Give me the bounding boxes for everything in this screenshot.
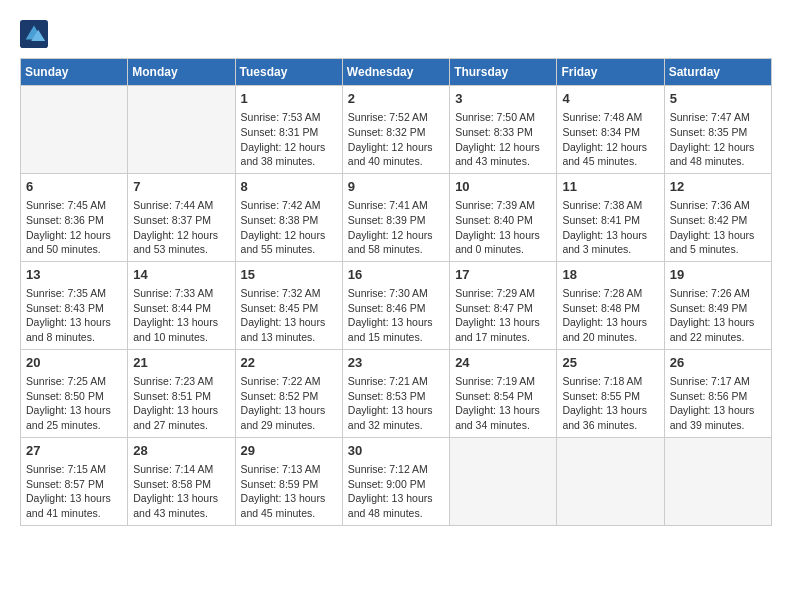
day-info: Sunrise: 7:15 AM Sunset: 8:57 PM Dayligh… xyxy=(26,462,122,521)
day-number: 22 xyxy=(241,354,337,372)
day-cell: 8Sunrise: 7:42 AM Sunset: 8:38 PM Daylig… xyxy=(235,173,342,261)
weekday-wednesday: Wednesday xyxy=(342,59,449,86)
day-cell: 12Sunrise: 7:36 AM Sunset: 8:42 PM Dayli… xyxy=(664,173,771,261)
day-cell: 19Sunrise: 7:26 AM Sunset: 8:49 PM Dayli… xyxy=(664,261,771,349)
day-cell: 15Sunrise: 7:32 AM Sunset: 8:45 PM Dayli… xyxy=(235,261,342,349)
week-row-1: 1Sunrise: 7:53 AM Sunset: 8:31 PM Daylig… xyxy=(21,86,772,174)
day-number: 28 xyxy=(133,442,229,460)
day-cell: 9Sunrise: 7:41 AM Sunset: 8:39 PM Daylig… xyxy=(342,173,449,261)
day-number: 17 xyxy=(455,266,551,284)
week-row-5: 27Sunrise: 7:15 AM Sunset: 8:57 PM Dayli… xyxy=(21,437,772,525)
day-cell: 27Sunrise: 7:15 AM Sunset: 8:57 PM Dayli… xyxy=(21,437,128,525)
weekday-saturday: Saturday xyxy=(664,59,771,86)
day-info: Sunrise: 7:17 AM Sunset: 8:56 PM Dayligh… xyxy=(670,374,766,433)
day-info: Sunrise: 7:36 AM Sunset: 8:42 PM Dayligh… xyxy=(670,198,766,257)
day-number: 25 xyxy=(562,354,658,372)
day-cell: 18Sunrise: 7:28 AM Sunset: 8:48 PM Dayli… xyxy=(557,261,664,349)
day-cell xyxy=(450,437,557,525)
day-info: Sunrise: 7:48 AM Sunset: 8:34 PM Dayligh… xyxy=(562,110,658,169)
day-number: 2 xyxy=(348,90,444,108)
day-number: 12 xyxy=(670,178,766,196)
day-number: 16 xyxy=(348,266,444,284)
day-cell xyxy=(21,86,128,174)
calendar-body: 1Sunrise: 7:53 AM Sunset: 8:31 PM Daylig… xyxy=(21,86,772,526)
day-number: 5 xyxy=(670,90,766,108)
day-info: Sunrise: 7:26 AM Sunset: 8:49 PM Dayligh… xyxy=(670,286,766,345)
day-info: Sunrise: 7:21 AM Sunset: 8:53 PM Dayligh… xyxy=(348,374,444,433)
day-info: Sunrise: 7:39 AM Sunset: 8:40 PM Dayligh… xyxy=(455,198,551,257)
day-cell xyxy=(128,86,235,174)
day-number: 26 xyxy=(670,354,766,372)
day-info: Sunrise: 7:19 AM Sunset: 8:54 PM Dayligh… xyxy=(455,374,551,433)
day-cell: 16Sunrise: 7:30 AM Sunset: 8:46 PM Dayli… xyxy=(342,261,449,349)
day-info: Sunrise: 7:50 AM Sunset: 8:33 PM Dayligh… xyxy=(455,110,551,169)
day-number: 19 xyxy=(670,266,766,284)
day-info: Sunrise: 7:29 AM Sunset: 8:47 PM Dayligh… xyxy=(455,286,551,345)
day-cell xyxy=(664,437,771,525)
weekday-monday: Monday xyxy=(128,59,235,86)
day-cell: 6Sunrise: 7:45 AM Sunset: 8:36 PM Daylig… xyxy=(21,173,128,261)
day-number: 6 xyxy=(26,178,122,196)
day-number: 13 xyxy=(26,266,122,284)
week-row-4: 20Sunrise: 7:25 AM Sunset: 8:50 PM Dayli… xyxy=(21,349,772,437)
day-number: 8 xyxy=(241,178,337,196)
day-number: 15 xyxy=(241,266,337,284)
day-cell: 22Sunrise: 7:22 AM Sunset: 8:52 PM Dayli… xyxy=(235,349,342,437)
day-number: 9 xyxy=(348,178,444,196)
weekday-friday: Friday xyxy=(557,59,664,86)
day-cell: 4Sunrise: 7:48 AM Sunset: 8:34 PM Daylig… xyxy=(557,86,664,174)
day-cell: 2Sunrise: 7:52 AM Sunset: 8:32 PM Daylig… xyxy=(342,86,449,174)
weekday-sunday: Sunday xyxy=(21,59,128,86)
logo-icon xyxy=(20,20,48,48)
day-cell: 20Sunrise: 7:25 AM Sunset: 8:50 PM Dayli… xyxy=(21,349,128,437)
day-info: Sunrise: 7:14 AM Sunset: 8:58 PM Dayligh… xyxy=(133,462,229,521)
day-info: Sunrise: 7:30 AM Sunset: 8:46 PM Dayligh… xyxy=(348,286,444,345)
day-cell: 29Sunrise: 7:13 AM Sunset: 8:59 PM Dayli… xyxy=(235,437,342,525)
day-number: 21 xyxy=(133,354,229,372)
day-number: 1 xyxy=(241,90,337,108)
day-number: 7 xyxy=(133,178,229,196)
day-cell: 30Sunrise: 7:12 AM Sunset: 9:00 PM Dayli… xyxy=(342,437,449,525)
day-number: 10 xyxy=(455,178,551,196)
day-cell: 13Sunrise: 7:35 AM Sunset: 8:43 PM Dayli… xyxy=(21,261,128,349)
day-info: Sunrise: 7:28 AM Sunset: 8:48 PM Dayligh… xyxy=(562,286,658,345)
weekday-thursday: Thursday xyxy=(450,59,557,86)
day-info: Sunrise: 7:33 AM Sunset: 8:44 PM Dayligh… xyxy=(133,286,229,345)
day-cell: 24Sunrise: 7:19 AM Sunset: 8:54 PM Dayli… xyxy=(450,349,557,437)
day-info: Sunrise: 7:22 AM Sunset: 8:52 PM Dayligh… xyxy=(241,374,337,433)
day-info: Sunrise: 7:44 AM Sunset: 8:37 PM Dayligh… xyxy=(133,198,229,257)
day-cell: 14Sunrise: 7:33 AM Sunset: 8:44 PM Dayli… xyxy=(128,261,235,349)
day-number: 23 xyxy=(348,354,444,372)
day-cell: 11Sunrise: 7:38 AM Sunset: 8:41 PM Dayli… xyxy=(557,173,664,261)
day-info: Sunrise: 7:52 AM Sunset: 8:32 PM Dayligh… xyxy=(348,110,444,169)
day-info: Sunrise: 7:47 AM Sunset: 8:35 PM Dayligh… xyxy=(670,110,766,169)
day-number: 11 xyxy=(562,178,658,196)
day-info: Sunrise: 7:35 AM Sunset: 8:43 PM Dayligh… xyxy=(26,286,122,345)
day-info: Sunrise: 7:18 AM Sunset: 8:55 PM Dayligh… xyxy=(562,374,658,433)
day-number: 14 xyxy=(133,266,229,284)
day-info: Sunrise: 7:23 AM Sunset: 8:51 PM Dayligh… xyxy=(133,374,229,433)
logo xyxy=(20,20,52,48)
weekday-header-row: SundayMondayTuesdayWednesdayThursdayFrid… xyxy=(21,59,772,86)
day-info: Sunrise: 7:38 AM Sunset: 8:41 PM Dayligh… xyxy=(562,198,658,257)
day-cell: 3Sunrise: 7:50 AM Sunset: 8:33 PM Daylig… xyxy=(450,86,557,174)
day-info: Sunrise: 7:41 AM Sunset: 8:39 PM Dayligh… xyxy=(348,198,444,257)
day-number: 30 xyxy=(348,442,444,460)
day-cell: 17Sunrise: 7:29 AM Sunset: 8:47 PM Dayli… xyxy=(450,261,557,349)
day-cell: 1Sunrise: 7:53 AM Sunset: 8:31 PM Daylig… xyxy=(235,86,342,174)
week-row-3: 13Sunrise: 7:35 AM Sunset: 8:43 PM Dayli… xyxy=(21,261,772,349)
week-row-2: 6Sunrise: 7:45 AM Sunset: 8:36 PM Daylig… xyxy=(21,173,772,261)
day-cell: 21Sunrise: 7:23 AM Sunset: 8:51 PM Dayli… xyxy=(128,349,235,437)
weekday-tuesday: Tuesday xyxy=(235,59,342,86)
day-info: Sunrise: 7:53 AM Sunset: 8:31 PM Dayligh… xyxy=(241,110,337,169)
day-cell: 26Sunrise: 7:17 AM Sunset: 8:56 PM Dayli… xyxy=(664,349,771,437)
day-number: 24 xyxy=(455,354,551,372)
day-cell: 23Sunrise: 7:21 AM Sunset: 8:53 PM Dayli… xyxy=(342,349,449,437)
day-number: 18 xyxy=(562,266,658,284)
day-info: Sunrise: 7:13 AM Sunset: 8:59 PM Dayligh… xyxy=(241,462,337,521)
day-number: 29 xyxy=(241,442,337,460)
day-info: Sunrise: 7:12 AM Sunset: 9:00 PM Dayligh… xyxy=(348,462,444,521)
day-cell: 25Sunrise: 7:18 AM Sunset: 8:55 PM Dayli… xyxy=(557,349,664,437)
day-number: 4 xyxy=(562,90,658,108)
day-cell xyxy=(557,437,664,525)
